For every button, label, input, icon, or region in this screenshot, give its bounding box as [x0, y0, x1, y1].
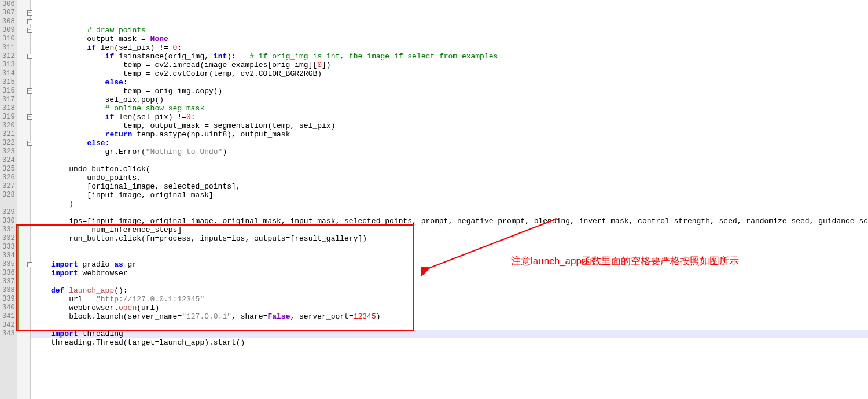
code-line[interactable]: else:	[33, 139, 868, 147]
line-number: 325	[2, 165, 14, 173]
line-number: 330	[2, 217, 14, 226]
code-line[interactable]: ips=[input_image, original_image, origin…	[33, 217, 868, 226]
line-number: 343	[2, 330, 14, 338]
code-line[interactable]: temp = orig_img.copy()	[33, 87, 868, 95]
annotation-text: 注意launch_app函数里面的空格要严格按照如图所示	[511, 254, 739, 268]
line-number: 314	[2, 69, 14, 78]
line-number: 327	[2, 182, 14, 191]
line-number: 310	[2, 35, 14, 43]
line-number: 329	[2, 208, 14, 217]
line-number: 307	[2, 9, 14, 17]
code-line[interactable]: [original_image, selected_points],	[33, 182, 868, 191]
line-number: 313	[2, 61, 14, 69]
code-line[interactable]: return temp.astype(np.uint8), output_mas…	[33, 130, 868, 139]
code-line[interactable]: threading.Thread(target=launch_app).star…	[33, 338, 868, 347]
line-number: 335	[2, 260, 14, 269]
code-line[interactable]: else:	[33, 78, 868, 87]
code-line[interactable]: import threading	[33, 330, 868, 338]
line-number: 337	[2, 278, 14, 286]
code-line[interactable]: if isinstance(orig_img, int): # if orig_…	[33, 52, 868, 61]
code-line[interactable]: temp, output_mask = segmentation(temp, s…	[33, 121, 868, 130]
code-area[interactable]: # draw points output_mask = None if len(…	[31, 0, 868, 399]
code-line[interactable]	[33, 278, 868, 286]
line-number: 322	[2, 139, 14, 147]
line-number: 317	[2, 95, 14, 104]
line-number: 340	[2, 304, 14, 312]
code-line[interactable]: temp = cv2.cvtColor(temp, cv2.COLOR_BGR2…	[33, 69, 868, 78]
code-line[interactable]: undo_button.click(	[33, 165, 868, 173]
line-number: 326	[2, 173, 14, 182]
code-line[interactable]: gr.Error("Nothing to Undo")	[33, 147, 868, 156]
code-line[interactable]: # online show seg mask	[33, 104, 868, 113]
line-number	[2, 200, 14, 208]
code-line[interactable]: import gradio as gr	[33, 260, 868, 269]
line-number: 334	[2, 252, 14, 260]
line-number: 333	[2, 243, 14, 252]
code-line[interactable]: undo_points,	[33, 173, 868, 182]
line-number-gutter: 3063073083093103113123133143153163173183…	[0, 0, 17, 399]
line-number: 328	[2, 191, 14, 200]
line-number: 319	[2, 113, 14, 121]
code-line[interactable]: temp = cv2.imread(image_examples[orig_im…	[33, 61, 868, 69]
line-number: 339	[2, 295, 14, 304]
line-number: 315	[2, 78, 14, 87]
code-line[interactable]: url = "http://127.0.0.1:12345"	[33, 295, 868, 304]
code-line[interactable]	[33, 252, 868, 260]
line-number: 341	[2, 312, 14, 321]
code-line[interactable]	[33, 356, 868, 364]
line-number: 331	[2, 226, 14, 234]
line-number: 321	[2, 130, 14, 139]
line-number: 306	[2, 0, 14, 9]
line-number: 336	[2, 269, 14, 278]
line-number: 323	[2, 147, 14, 156]
code-line[interactable]	[33, 208, 868, 217]
code-line[interactable]: )	[33, 200, 868, 208]
code-line[interactable]: num_inference_steps]	[33, 226, 868, 234]
code-line[interactable]: run_button.click(fn=process, inputs=ips,…	[33, 234, 868, 243]
line-number: 311	[2, 43, 14, 52]
line-number: 309	[2, 26, 14, 35]
fold-column[interactable]: −−−−−−−−	[17, 0, 31, 399]
code-editor[interactable]: 3063073083093103113123133143153163173183…	[0, 0, 868, 399]
code-line[interactable]: output_mask = None	[33, 35, 868, 43]
code-line[interactable]: sel_pix.pop()	[33, 95, 868, 104]
code-line[interactable]	[33, 347, 868, 356]
code-line[interactable]: if len(sel_pix) != 0:	[33, 43, 868, 52]
code-line[interactable]: webbrowser.open(url)	[33, 304, 868, 312]
line-number: 324	[2, 156, 14, 165]
change-marker	[17, 226, 19, 330]
code-line[interactable]	[33, 156, 868, 165]
line-number: 320	[2, 121, 14, 130]
code-line[interactable]	[33, 243, 868, 252]
code-line[interactable]: [input_image, original_mask]	[33, 191, 868, 200]
code-line[interactable]: def launch_app():	[33, 286, 868, 295]
code-line[interactable]	[33, 321, 868, 330]
code-line[interactable]: block.launch(server_name="127.0.0.1", sh…	[33, 312, 868, 321]
line-number: 318	[2, 104, 14, 113]
code-line[interactable]: import webbrowser	[33, 269, 868, 278]
line-number: 308	[2, 17, 14, 26]
line-number: 342	[2, 321, 14, 330]
code-line[interactable]: # draw points	[33, 26, 868, 35]
code-line[interactable]: if len(sel_pix) !=0:	[33, 113, 868, 121]
line-number: 312	[2, 52, 14, 61]
line-number: 332	[2, 234, 14, 243]
line-number: 338	[2, 286, 14, 295]
line-number: 316	[2, 87, 14, 95]
